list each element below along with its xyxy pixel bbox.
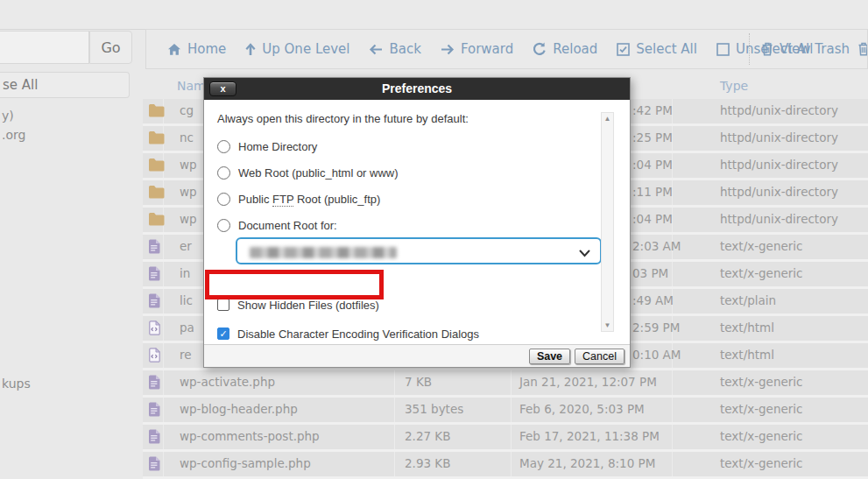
- trash-icon: [857, 44, 868, 60]
- file-modified: Feb 6, 2020, 5:03 PM: [519, 402, 645, 416]
- arrow-up-icon: [245, 43, 256, 56]
- dialog-scrollbar[interactable]: ▲ ▼: [601, 112, 614, 332]
- folder-icon: [148, 130, 166, 146]
- folder-icon: [148, 103, 166, 119]
- radio-icon[interactable]: [217, 140, 230, 153]
- up-one-level-button[interactable]: Up One Level: [245, 41, 349, 57]
- file-name: pa: [180, 321, 194, 335]
- view-trash-button[interactable]: View Trash: [761, 30, 850, 68]
- radio-web-root[interactable]: Web Root (public_html or www): [217, 164, 630, 181]
- file-type: text/x-generic: [720, 239, 803, 253]
- checkbox-disable-encoding-dialogs[interactable]: ✓ Disable Character Encoding Verificatio…: [217, 325, 630, 342]
- main-toolbar: HomeUp One LevelBackForwardReloadSelect …: [145, 29, 868, 69]
- dialog-title: Preferences: [204, 78, 630, 100]
- file-modified: :49 AM: [632, 293, 674, 307]
- file-type: httpd/unix-directory: [720, 103, 838, 117]
- select-all-button[interactable]: Select All: [617, 41, 697, 57]
- red-highlight-box: [205, 270, 384, 299]
- file-name: wp: [180, 212, 197, 226]
- code-file-icon: [148, 321, 166, 336]
- file-size: 351 bytes: [405, 402, 463, 416]
- code-file-icon: [148, 348, 166, 363]
- file-name: in: [180, 266, 190, 280]
- radio-icon[interactable]: [217, 219, 230, 232]
- document-root-select[interactable]: [236, 237, 602, 264]
- column-divider: [394, 452, 395, 476]
- column-divider: [511, 452, 512, 476]
- file-name: lic: [180, 293, 193, 307]
- file-manager-screen: Go HomeUp One LevelBackForwardReloadSele…: [0, 0, 868, 479]
- file-name: er: [180, 239, 192, 253]
- radio-icon[interactable]: [217, 193, 230, 206]
- folder-icon: [148, 158, 166, 173]
- file-name: wp-comments-post.php: [180, 429, 320, 443]
- column-divider: [672, 370, 673, 395]
- table-row[interactable]: wp-config-sample.php2.93 KBMay 21, 2021,…: [143, 452, 868, 476]
- dialog-titlebar: x Preferences: [204, 78, 630, 100]
- file-name: nc: [180, 130, 194, 144]
- forward-button[interactable]: Forward: [441, 41, 513, 57]
- file-modified: Feb 17, 2021, 11:38 PM: [519, 429, 660, 443]
- scroll-up-icon[interactable]: ▲: [602, 115, 613, 123]
- file-name: wp-activate.php: [180, 375, 275, 389]
- file-type: httpd/unix-directory: [720, 158, 838, 172]
- file-type: text/plain: [720, 293, 776, 307]
- column-divider: [394, 398, 395, 422]
- file-name: re: [180, 348, 192, 362]
- file-name: wp-blog-header.php: [180, 402, 298, 416]
- column-divider: [672, 425, 673, 449]
- file-modified: 03 PM: [632, 266, 668, 280]
- path-input[interactable]: [0, 31, 89, 64]
- back-button[interactable]: Back: [369, 41, 420, 57]
- file-size: 2.93 KB: [405, 456, 450, 470]
- file-modified: 2:59 PM: [632, 321, 680, 335]
- empty-trash-button[interactable]: [857, 42, 868, 60]
- preferences-dialog: x Preferences Always open this directory…: [203, 77, 631, 368]
- file-icon: [148, 402, 166, 418]
- file-size: 7 KB: [405, 375, 432, 389]
- table-row[interactable]: wp-activate.php7 KBJan 21, 2021, 12:07 P…: [143, 370, 868, 395]
- file-icon: [148, 456, 166, 472]
- tree-item[interactable]: kups: [2, 377, 31, 391]
- file-type: text/x-generic: [720, 266, 803, 280]
- radio-document-root[interactable]: Document Root for:: [217, 216, 630, 234]
- reload-icon: [533, 42, 547, 56]
- file-modified: :42 PM: [632, 103, 673, 117]
- tree-item[interactable]: .org: [2, 128, 25, 142]
- cancel-button[interactable]: Cancel: [575, 349, 625, 364]
- file-modified: 2:03 AM: [632, 239, 681, 253]
- column-divider: [511, 370, 512, 395]
- file-icon: [148, 293, 166, 309]
- table-row[interactable]: wp-blog-header.php351 bytesFeb 6, 2020, …: [143, 398, 868, 422]
- checkbox-checked-icon[interactable]: ✓: [217, 328, 229, 340]
- close-icon[interactable]: x: [209, 81, 236, 96]
- file-modified: Jan 21, 2021, 12:07 PM: [519, 375, 657, 389]
- file-modified: :04 PM: [632, 212, 673, 226]
- radio-icon[interactable]: [217, 166, 230, 180]
- chevron-down-icon: [579, 247, 590, 260]
- file-type: text/x-generic: [720, 456, 803, 470]
- column-divider: [672, 262, 673, 286]
- tree-item[interactable]: y): [2, 109, 14, 123]
- radio-home-directory[interactable]: Home Directory: [217, 137, 630, 155]
- file-name: cg: [180, 103, 194, 117]
- column-header-type[interactable]: Type: [720, 79, 748, 93]
- home-icon: [167, 43, 181, 56]
- column-divider: [511, 425, 512, 449]
- home-button[interactable]: Home: [167, 41, 226, 57]
- collapse-all-button[interactable]: se All: [0, 72, 130, 98]
- arrow-left-icon: [369, 44, 383, 55]
- reload-button[interactable]: Reload: [533, 41, 597, 57]
- trash-icon: [761, 42, 773, 56]
- column-divider: [511, 398, 512, 422]
- column-divider: [672, 398, 673, 422]
- column-divider: [394, 425, 395, 449]
- scroll-down-icon[interactable]: ▼: [602, 321, 613, 329]
- top-strip: [0, 0, 868, 30]
- checkbox-icon[interactable]: [217, 299, 229, 311]
- radio-public-ftp-root[interactable]: Public FTP Root (public_ftp): [217, 190, 630, 208]
- go-button[interactable]: Go: [89, 31, 132, 64]
- save-button[interactable]: Save: [529, 349, 570, 364]
- file-icon: [148, 429, 166, 445]
- table-row[interactable]: wp-comments-post.php2.27 KBFeb 17, 2021,…: [143, 425, 868, 449]
